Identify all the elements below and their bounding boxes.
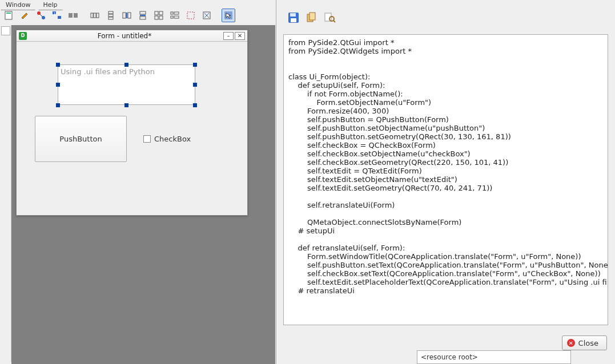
svg-rect-35 bbox=[291, 18, 296, 22]
form-window[interactable]: D Form - untitled* – ✕ Using .ui files a… bbox=[16, 30, 248, 216]
grid-layout-icon[interactable] bbox=[152, 9, 166, 22]
checkbox-box-icon[interactable] bbox=[143, 135, 151, 143]
textedit-widget[interactable]: Using .ui files and Python bbox=[58, 64, 195, 105]
close-button[interactable]: ✕ bbox=[235, 32, 245, 40]
break-layout-icon[interactable] bbox=[184, 9, 198, 22]
close-label: Close bbox=[578, 339, 598, 347]
svg-rect-18 bbox=[128, 13, 131, 18]
svg-rect-1 bbox=[6, 13, 11, 14]
resource-root-field[interactable]: <resource root> bbox=[417, 350, 571, 364]
svg-rect-13 bbox=[108, 11, 113, 14]
form-titlebar[interactable]: D Form - untitled* – ✕ bbox=[17, 30, 247, 42]
svg-rect-29 bbox=[174, 16, 179, 18]
svg-rect-12 bbox=[97, 13, 99, 18]
resource-root-label: <resource root> bbox=[421, 353, 478, 361]
select-tool-icon[interactable] bbox=[222, 9, 235, 22]
h-split-icon[interactable] bbox=[120, 9, 134, 22]
svg-rect-26 bbox=[171, 12, 173, 14]
selection-handle[interactable] bbox=[56, 63, 60, 67]
svg-rect-24 bbox=[155, 16, 158, 19]
selection-handle[interactable] bbox=[193, 103, 197, 107]
h-layout-icon[interactable] bbox=[88, 9, 102, 22]
selection-handle[interactable] bbox=[193, 63, 197, 67]
selection-handle[interactable] bbox=[56, 83, 60, 87]
copy-icon[interactable] bbox=[305, 11, 319, 25]
find-icon[interactable] bbox=[323, 11, 337, 25]
svg-rect-23 bbox=[159, 11, 163, 15]
signal-slot-icon[interactable] bbox=[34, 9, 48, 22]
v-layout-icon[interactable] bbox=[104, 9, 118, 22]
svg-line-4 bbox=[40, 14, 42, 17]
minimize-button[interactable]: – bbox=[223, 32, 234, 40]
sidebar-tab[interactable] bbox=[1, 26, 10, 35]
checkbox-widget[interactable]: CheckBox bbox=[143, 127, 201, 151]
form-canvas[interactable]: Using .ui files and Python PushButton Ch… bbox=[17, 42, 247, 215]
svg-rect-37 bbox=[309, 13, 315, 20]
v-split-icon[interactable] bbox=[136, 9, 150, 22]
svg-rect-11 bbox=[94, 13, 96, 18]
svg-rect-27 bbox=[174, 12, 179, 14]
code-toolbar bbox=[276, 0, 615, 32]
svg-rect-22 bbox=[155, 11, 158, 15]
svg-rect-15 bbox=[108, 17, 113, 19]
svg-rect-34 bbox=[290, 13, 296, 17]
svg-rect-21 bbox=[140, 17, 146, 19]
buddy-icon[interactable] bbox=[66, 9, 80, 22]
close-x-icon: ✕ bbox=[567, 339, 575, 347]
selection-handle[interactable] bbox=[56, 103, 60, 107]
code-area[interactable]: from PySide2.QtGui import * from PySide2… bbox=[283, 34, 608, 325]
svg-line-40 bbox=[333, 21, 335, 22]
svg-rect-6 bbox=[58, 16, 61, 19]
selection-handle[interactable] bbox=[124, 103, 128, 107]
tab-order-icon[interactable]: 123 bbox=[50, 9, 64, 22]
edit-icon[interactable] bbox=[18, 9, 32, 22]
checkbox-label: CheckBox bbox=[154, 135, 191, 143]
svg-rect-9 bbox=[74, 13, 78, 18]
svg-rect-10 bbox=[91, 13, 93, 18]
svg-rect-8 bbox=[69, 13, 73, 18]
new-form-icon[interactable] bbox=[2, 9, 16, 22]
selection-handle[interactable] bbox=[193, 83, 197, 87]
form-layout-icon[interactable] bbox=[168, 9, 182, 22]
adjust-size-icon[interactable] bbox=[200, 9, 214, 22]
svg-rect-25 bbox=[159, 16, 163, 19]
svg-rect-30 bbox=[187, 12, 194, 19]
svg-rect-28 bbox=[171, 16, 173, 18]
main-toolbar: 123 bbox=[0, 7, 276, 24]
form-badge-icon: D bbox=[19, 32, 27, 40]
code-preview-panel: from PySide2.QtGui import * from PySide2… bbox=[276, 0, 615, 364]
svg-rect-16 bbox=[123, 13, 126, 18]
sidebar-left bbox=[0, 25, 11, 362]
svg-rect-14 bbox=[108, 14, 113, 17]
designer-canvas[interactable]: D Form - untitled* – ✕ Using .ui files a… bbox=[11, 25, 275, 364]
svg-rect-19 bbox=[140, 11, 146, 14]
selection-handle[interactable] bbox=[124, 63, 128, 67]
save-icon[interactable] bbox=[287, 11, 300, 25]
svg-text:123: 123 bbox=[54, 11, 59, 15]
pushbutton-widget[interactable]: PushButton bbox=[35, 116, 127, 162]
close-panel-button[interactable]: ✕ Close bbox=[562, 335, 607, 350]
form-title: Form - untitled* bbox=[27, 32, 222, 40]
